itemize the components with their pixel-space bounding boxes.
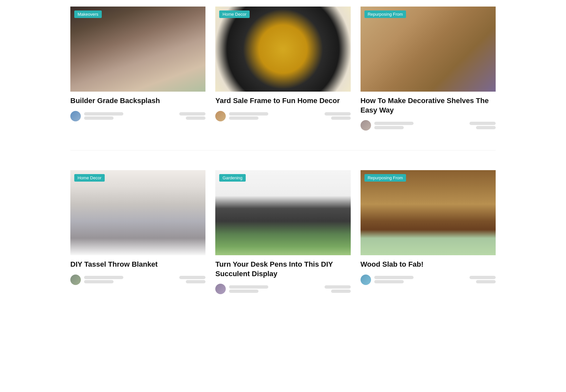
date-placeholder: [325, 285, 351, 289]
card-image: [361, 7, 496, 92]
card-meta: [361, 275, 496, 285]
meta-text: [84, 112, 123, 120]
card-image: [361, 170, 496, 255]
card-meta: [70, 275, 205, 285]
author-name-placeholder: [84, 276, 123, 279]
category-badge: Repurposing From: [364, 174, 406, 182]
category-badge: Home Decor: [74, 174, 105, 182]
category-badge: Home Decor: [219, 10, 250, 18]
card-meta: [215, 111, 350, 121]
read-time-placeholder: [476, 126, 496, 129]
card-image-wrap: Repurposing From: [361, 170, 496, 255]
date-placeholder: [179, 276, 205, 279]
article-grid: Makeovers Builder Grade Backsplash Home …: [70, 7, 496, 294]
date-placeholder: [469, 122, 496, 125]
meta-right: [179, 112, 205, 120]
article-card-4[interactable]: Home Decor DIY Tassel Throw Blanket: [70, 170, 205, 294]
card-image-wrap: Repurposing From: [361, 7, 496, 92]
read-time-placeholder: [331, 116, 351, 120]
read-time-placeholder: [186, 116, 205, 120]
author-avatar: [70, 111, 81, 121]
card-title: DIY Tassel Throw Blanket: [70, 260, 205, 269]
author-sub-placeholder: [84, 116, 114, 120]
article-card-5[interactable]: Gardening Turn Your Desk Pens Into This …: [215, 170, 350, 294]
meta-right: [179, 276, 205, 283]
category-badge: Makeovers: [74, 10, 102, 18]
card-image-wrap: Home Decor: [215, 7, 350, 92]
card-title: How To Make Decorative Shelves The Easy …: [361, 96, 496, 115]
article-card-2[interactable]: Home Decor Yard Sale Frame to Fun Home D…: [215, 7, 350, 131]
date-placeholder: [179, 112, 205, 116]
card-meta: [215, 284, 350, 294]
read-time-placeholder: [186, 280, 205, 283]
author-sub-placeholder: [374, 280, 404, 283]
category-badge: Gardening: [219, 174, 246, 182]
author-avatar: [361, 275, 371, 285]
meta-right: [469, 276, 496, 283]
card-image: [70, 170, 205, 255]
read-time-placeholder: [331, 290, 351, 293]
section-divider: [70, 150, 496, 151]
author-avatar: [361, 120, 371, 131]
author-avatar: [215, 111, 226, 121]
author-sub-placeholder: [84, 280, 114, 283]
date-placeholder: [469, 276, 496, 279]
meta-right: [469, 122, 496, 129]
meta-text: [374, 276, 414, 283]
card-image: [215, 7, 350, 92]
card-title: Builder Grade Backsplash: [70, 96, 205, 106]
read-time-placeholder: [476, 280, 496, 283]
card-meta: [361, 120, 496, 131]
author-sub-placeholder: [229, 116, 258, 120]
author-name-placeholder: [374, 276, 414, 279]
author-name-placeholder: [229, 285, 268, 289]
card-title: Yard Sale Frame to Fun Home Decor: [215, 96, 350, 106]
article-card-6[interactable]: Repurposing From Wood Slab to Fab!: [361, 170, 496, 294]
card-image: [215, 170, 350, 255]
meta-text: [374, 122, 414, 129]
meta-right: [325, 112, 351, 120]
author-name-placeholder: [229, 112, 268, 116]
date-placeholder: [325, 112, 351, 116]
card-image: [70, 7, 205, 92]
author-sub-placeholder: [374, 126, 404, 129]
meta-right: [325, 285, 351, 293]
card-title: Turn Your Desk Pens Into This DIY Succul…: [215, 260, 350, 278]
card-meta: [70, 111, 205, 121]
author-sub-placeholder: [229, 290, 258, 293]
author-avatar: [70, 275, 81, 285]
article-card-1[interactable]: Makeovers Builder Grade Backsplash: [70, 7, 205, 131]
card-image-wrap: Home Decor: [70, 170, 205, 255]
meta-text: [229, 112, 268, 120]
card-image-wrap: Makeovers: [70, 7, 205, 92]
meta-text: [229, 285, 268, 293]
card-title: Wood Slab to Fab!: [361, 260, 496, 269]
author-avatar: [215, 284, 226, 294]
category-badge: Repurposing From: [364, 10, 406, 18]
article-card-3[interactable]: Repurposing From How To Make Decorative …: [361, 7, 496, 131]
meta-text: [84, 276, 123, 283]
author-name-placeholder: [84, 112, 123, 116]
card-image-wrap: Gardening: [215, 170, 350, 255]
author-name-placeholder: [374, 122, 414, 125]
